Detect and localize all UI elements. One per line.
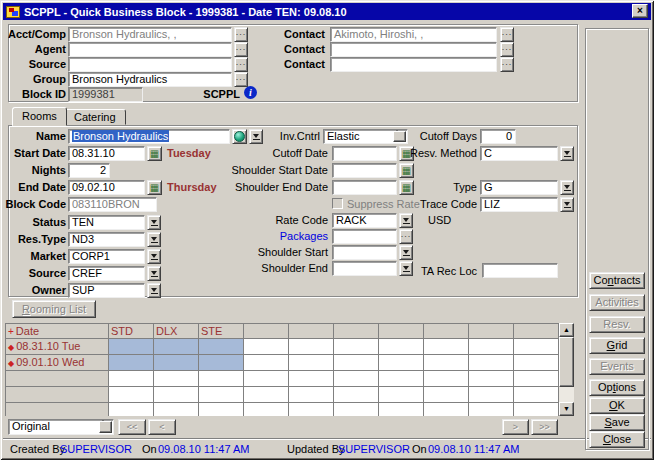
shoulder-start-field[interactable]	[332, 245, 397, 260]
grid-cell[interactable]	[379, 403, 424, 416]
grid-cell[interactable]	[334, 371, 379, 387]
resv-method-dropdown-button[interactable]	[560, 146, 574, 161]
grid-cell[interactable]	[154, 403, 199, 416]
grid-cell[interactable]	[289, 355, 334, 371]
save-button[interactable]: Save	[589, 414, 645, 431]
grid-cell[interactable]	[334, 403, 379, 416]
cutoff-date-field[interactable]	[332, 146, 397, 161]
grid-cell[interactable]	[514, 403, 559, 416]
trace-code-field[interactable]: LIZ	[480, 197, 558, 212]
contact2-field[interactable]	[330, 42, 497, 57]
options-button[interactable]: Options	[589, 379, 645, 396]
status-field[interactable]: TEN	[68, 215, 145, 230]
grid-cell[interactable]	[334, 387, 379, 403]
contact3-lookup-button[interactable]: ...	[500, 57, 514, 72]
resv-method-field[interactable]: C	[480, 146, 558, 161]
ok-button[interactable]: OK	[589, 397, 645, 414]
grid-cell[interactable]	[154, 339, 199, 355]
scroll-down-icon[interactable]: ▼	[559, 402, 574, 416]
shoulder-end-field[interactable]	[332, 261, 397, 276]
grid-row-5[interactable]	[6, 403, 559, 416]
contact1-lookup-button[interactable]: ...	[500, 27, 514, 42]
grid-cell[interactable]	[469, 403, 514, 416]
grid-cell[interactable]	[514, 355, 559, 371]
combo-arrow-icon[interactable]	[99, 421, 112, 433]
grid-row-1[interactable]: ◆08.31.10 Tue	[6, 339, 559, 355]
plus-icon[interactable]: +	[8, 326, 14, 337]
contact3-field[interactable]	[330, 57, 497, 72]
grid-cell[interactable]	[154, 371, 199, 387]
acct-comp-field[interactable]: Bronson Hydraulics, ,	[68, 27, 232, 42]
agent-field[interactable]	[68, 42, 232, 57]
close-button[interactable]: Close	[589, 431, 645, 448]
source-lookup-button[interactable]: ...	[234, 57, 248, 72]
grid-cell[interactable]	[244, 371, 289, 387]
close-icon[interactable]: ×	[632, 4, 648, 18]
market-dropdown-button[interactable]	[147, 249, 161, 264]
grid-cell[interactable]	[289, 387, 334, 403]
grid-cell[interactable]	[244, 403, 289, 416]
tab-rooms[interactable]: Rooms	[12, 107, 67, 126]
grid-cell[interactable]	[379, 339, 424, 355]
packages-link[interactable]: Packages	[188, 230, 328, 243]
owner-field[interactable]: SUP	[68, 283, 145, 298]
grid-cell[interactable]	[154, 355, 199, 371]
trace-code-dropdown-button[interactable]	[560, 197, 574, 212]
grid-cell[interactable]	[109, 371, 154, 387]
source2-dropdown-button[interactable]	[147, 266, 161, 281]
grid-cell[interactable]	[514, 371, 559, 387]
packages-field[interactable]	[332, 229, 397, 244]
info-icon[interactable]: i	[244, 86, 257, 99]
grid-cell[interactable]	[469, 339, 514, 355]
grid-cell[interactable]	[379, 371, 424, 387]
grid-cell[interactable]	[109, 387, 154, 403]
source-field[interactable]	[68, 57, 232, 72]
start-date-field[interactable]: 08.31.10	[68, 146, 145, 161]
end-date-field[interactable]: 09.02.10	[68, 180, 145, 195]
grid-cell[interactable]	[424, 371, 469, 387]
cutoff-days-field[interactable]: 0	[480, 129, 516, 144]
group-field[interactable]: Bronson Hydraulics	[68, 72, 232, 87]
grid-cell[interactable]	[289, 339, 334, 355]
inv-cntrl-combo[interactable]: Elastic	[323, 129, 408, 144]
contact1-field[interactable]: Akimoto, Hiroshi, ,	[330, 27, 497, 42]
grid-cell[interactable]	[514, 387, 559, 403]
contracts-button[interactable]: Contracts	[589, 272, 645, 289]
group-lookup-button[interactable]: ...	[234, 72, 248, 87]
grid-cell[interactable]	[199, 387, 244, 403]
name-field[interactable]: Bronson Hydraulics	[68, 129, 230, 144]
grid-cell[interactable]	[424, 355, 469, 371]
grid-cell[interactable]	[199, 355, 244, 371]
agent-lookup-button[interactable]: ...	[234, 42, 248, 57]
name-globe-button[interactable]	[232, 129, 247, 144]
grid-cell[interactable]	[199, 339, 244, 355]
nights-field[interactable]: 2	[68, 163, 110, 178]
grid-cell[interactable]	[109, 339, 154, 355]
grid-cell[interactable]	[154, 387, 199, 403]
type-field[interactable]: G	[480, 180, 558, 195]
grid-cell[interactable]	[424, 339, 469, 355]
type-dropdown-button[interactable]	[560, 180, 574, 195]
grid-cell[interactable]	[379, 387, 424, 403]
grid-cell[interactable]	[109, 403, 154, 416]
grid-cell[interactable]	[514, 339, 559, 355]
rate-code-field[interactable]: RACK	[332, 213, 397, 228]
grid-cell[interactable]	[109, 355, 154, 371]
grid-cell[interactable]	[244, 387, 289, 403]
grid-row-2[interactable]: ◆09.01.10 Wed	[6, 355, 559, 371]
shoulder-start-dropdown-button[interactable]	[399, 245, 413, 260]
grid-scrollbar[interactable]: ▲ ▼	[559, 323, 574, 416]
grid-cell[interactable]	[469, 387, 514, 403]
source2-field[interactable]: CREF	[68, 266, 145, 281]
acct-comp-lookup-button[interactable]: ...	[234, 27, 248, 42]
scroll-up-icon[interactable]: ▲	[559, 323, 574, 337]
grid-cell[interactable]	[244, 355, 289, 371]
grid-cell[interactable]	[334, 355, 379, 371]
grid-cell[interactable]	[289, 371, 334, 387]
grid-cell[interactable]	[424, 403, 469, 416]
grid-cell[interactable]	[379, 355, 424, 371]
grid-row-4[interactable]	[6, 387, 559, 403]
grid-cell[interactable]	[334, 339, 379, 355]
market-field[interactable]: CORP1	[68, 249, 145, 264]
shoulder-end-date-field[interactable]	[332, 180, 397, 195]
